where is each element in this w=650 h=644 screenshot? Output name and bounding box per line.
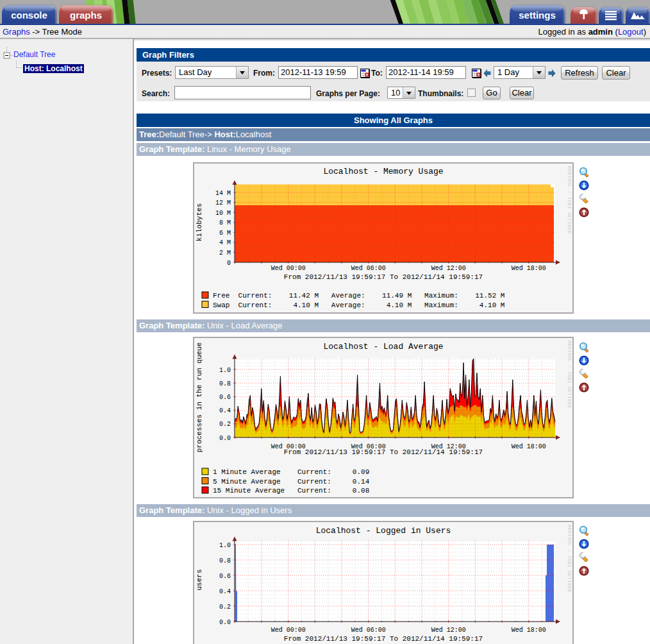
svg-text:kilobytes: kilobytes — [196, 203, 203, 241]
svg-text:Localhost - Logged in Users: Localhost - Logged in Users — [316, 526, 451, 536]
svg-text:1 Minute Average Current:: 1 Minute Average Current: 0.09 — [213, 468, 369, 476]
svg-text:Wed 18:00: Wed 18:00 — [512, 443, 546, 450]
svg-text:processes in the run queue: processes in the run queue — [196, 343, 203, 453]
svg-text:Wed 00:00: Wed 00:00 — [271, 627, 306, 634]
svg-text:1.0: 1.0 — [219, 367, 231, 374]
svg-text:6 M: 6 M — [219, 230, 231, 237]
svg-text:14 M: 14 M — [215, 190, 231, 197]
svg-text:Wed 06:00: Wed 06:00 — [351, 265, 386, 272]
svg-text:From 2012/11/13 19:59:17 To 20: From 2012/11/13 19:59:17 To 2012/11/14 1… — [284, 448, 483, 456]
svg-text:0.2: 0.2 — [219, 604, 231, 611]
svg-text:Localhost - Memory Usage: Localhost - Memory Usage — [323, 167, 443, 176]
svg-text:Swap Current: 4.10 M Av: Swap Current: 4.10 M Average: 4.10 M Max… — [213, 301, 504, 309]
svg-text:4 M: 4 M — [219, 239, 231, 246]
svg-text:Wed 18:00: Wed 18:00 — [512, 265, 546, 272]
svg-text:0.8: 0.8 — [219, 557, 231, 564]
svg-text:Free Current: 11.42 M Av: Free Current: 11.42 M Average: 11.49 M M… — [213, 292, 504, 300]
svg-text:0.4: 0.4 — [219, 407, 231, 414]
svg-text:0.4: 0.4 — [219, 588, 231, 595]
svg-text:5 Minute Average Current:: 5 Minute Average Current: 0.14 — [213, 478, 370, 486]
svg-text:2 M: 2 M — [219, 250, 231, 257]
svg-text:Wed 12:00: Wed 12:00 — [431, 265, 466, 272]
svg-text:8 M: 8 M — [219, 219, 231, 226]
svg-text:users: users — [196, 569, 203, 590]
svg-text:Wed 12:00: Wed 12:00 — [431, 627, 466, 634]
svg-text:Wed 00:00: Wed 00:00 — [271, 265, 306, 272]
svg-text:0.6: 0.6 — [219, 573, 231, 580]
svg-text:15 Minute Average Current:: 15 Minute Average Current: 0.08 — [213, 487, 369, 495]
svg-text:0.2: 0.2 — [219, 421, 231, 428]
svg-text:0: 0 — [227, 260, 231, 267]
svg-text:RRDTOOL / TOBI OETIKER: RRDTOOL / TOBI OETIKER — [567, 166, 572, 234]
svg-text:Wed 06:00: Wed 06:00 — [351, 627, 386, 634]
svg-text:0.6: 0.6 — [219, 394, 231, 401]
svg-text:0.0: 0.0 — [219, 619, 231, 626]
svg-text:From 2012/11/13 19:59:17 To 20: From 2012/11/13 19:59:17 To 2012/11/14 1… — [284, 635, 483, 643]
svg-text:RRDTOOL / TOBI OETIKER: RRDTOOL / TOBI OETIKER — [567, 525, 572, 593]
svg-text:1.0: 1.0 — [219, 542, 231, 549]
svg-text:0.8: 0.8 — [219, 380, 231, 387]
svg-text:10 M: 10 M — [215, 210, 231, 217]
svg-text:0.0: 0.0 — [219, 435, 231, 442]
svg-text:Wed 18:00: Wed 18:00 — [512, 627, 546, 634]
svg-text:RRDTOOL / TOBI OETIKER: RRDTOOL / TOBI OETIKER — [567, 341, 572, 409]
svg-text:12 M: 12 M — [215, 199, 231, 207]
svg-text:From 2012/11/13 19:59:17 To 20: From 2012/11/13 19:59:17 To 2012/11/14 1… — [284, 273, 483, 281]
svg-text:Localhost - Load Average: Localhost - Load Average — [323, 342, 443, 352]
